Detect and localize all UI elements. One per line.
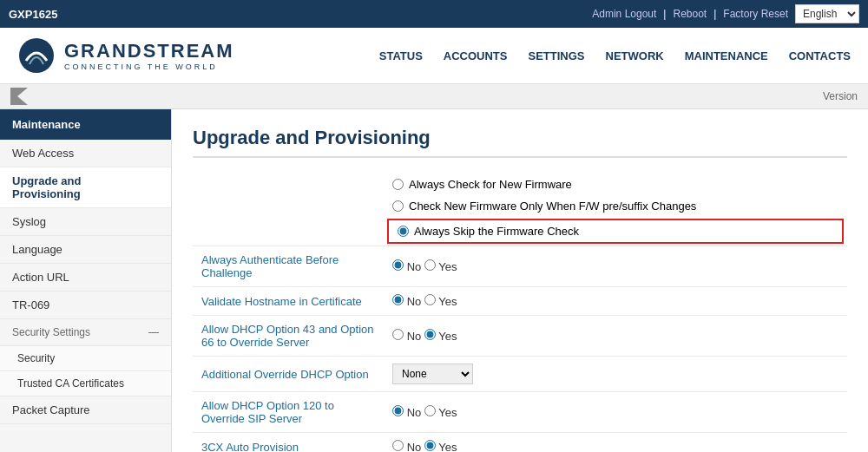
firmware-label-2: Check New Firmware Only When F/W pre/suf… <box>409 200 696 213</box>
3cx-yes-label: Yes <box>438 441 457 452</box>
firmware-option-2: Check New Firmware Only When F/W pre/suf… <box>384 195 847 217</box>
logo-tagline: CONNECTING THE WORLD <box>64 62 234 71</box>
dhcp-option-43-66-label: Allow DHCP Option 43 and Option 66 to Ov… <box>193 316 384 357</box>
firmware-label: Firmware Upgrade and Provisioning <box>193 174 384 246</box>
settings-table: Firmware Upgrade and Provisioning Always… <box>193 174 847 452</box>
additional-dhcp-input: None Option 120 Option 150 <box>384 357 847 392</box>
validate-hostname-yes-label: Yes <box>438 295 457 308</box>
sidebar-header: Maintenance <box>0 109 171 140</box>
auth-challenge-yes-label: Yes <box>438 260 457 273</box>
logo-brand: GRANDSTREAM <box>64 40 234 62</box>
firmware-label-3: Always Skip the Firmware Check <box>414 225 579 238</box>
admin-logout-link[interactable]: Admin Logout <box>592 8 656 20</box>
3cx-auto-provision-label: 3CX Auto Provision <box>193 433 384 453</box>
auth-challenge-yes-radio[interactable] <box>424 259 436 271</box>
version-bar: Version <box>0 84 868 109</box>
dhcp-option-43-66-row: Allow DHCP Option 43 and Option 66 to Ov… <box>193 316 847 357</box>
additional-dhcp-label: Additional Override DHCP Option <box>193 357 384 392</box>
nav-contacts[interactable]: CONTACTS <box>789 46 851 66</box>
sidebar-item-language[interactable]: Language <box>0 236 171 264</box>
additional-dhcp-row: Additional Override DHCP Option None Opt… <box>193 357 847 392</box>
logo-text: GRANDSTREAM CONNECTING THE WORLD <box>64 40 234 71</box>
security-settings-label: Security Settings <box>12 326 90 338</box>
sidebar-item-syslog[interactable]: Syslog <box>0 208 171 236</box>
auth-before-challenge-row: Always Authenticate Before Challenge No … <box>193 246 847 287</box>
3cx-no-radio[interactable] <box>392 440 404 451</box>
3cx-yes-radio[interactable] <box>424 440 436 451</box>
sidebar-item-security[interactable]: Security <box>0 346 171 371</box>
reboot-link[interactable]: Reboot <box>673 8 707 20</box>
validate-hostname-no-radio[interactable] <box>392 294 404 305</box>
sidebar-item-upgrade-provisioning[interactable]: Upgrade andProvisioning <box>0 167 171 208</box>
dhcp-120-no-radio[interactable] <box>392 405 404 416</box>
3cx-auto-provision-input: No Yes <box>384 433 847 453</box>
nav-settings[interactable]: SETTINGS <box>528 46 584 66</box>
firmware-label-1: Always Check for New Firmware <box>409 178 572 191</box>
version-text: Version <box>823 90 858 102</box>
validate-hostname-no-label: No <box>407 295 422 308</box>
firmware-option-1: Always Check for New Firmware <box>384 174 847 195</box>
dhcp-43-66-yes-label: Yes <box>438 330 457 343</box>
sidebar-item-action-url[interactable]: Action URL <box>0 264 171 292</box>
validate-hostname-label: Validate Hostname in Certificate <box>193 287 384 316</box>
dhcp-120-yes-radio[interactable] <box>424 405 436 416</box>
content-area: Upgrade and Provisioning Firmware Upgrad… <box>172 109 868 452</box>
dhcp-option-120-row: Allow DHCP Option 120 to Override SIP Se… <box>193 392 847 433</box>
dhcp-120-no-label: No <box>407 406 422 419</box>
auth-before-challenge-label: Always Authenticate Before Challenge <box>193 246 384 287</box>
grandstream-logo-icon <box>17 36 56 75</box>
firmware-option-3: Always Skip the Firmware Check <box>387 219 844 244</box>
auth-challenge-no-label: No <box>407 260 422 273</box>
back-icon <box>10 88 28 105</box>
firmware-radio-1[interactable] <box>392 179 404 190</box>
header: GRANDSTREAM CONNECTING THE WORLD STATUS … <box>0 28 868 84</box>
factory-reset-link[interactable]: Factory Reset <box>723 8 788 20</box>
dhcp-43-66-no-radio[interactable] <box>392 329 404 340</box>
main-nav: STATUS ACCOUNTS SETTINGS NETWORK MAINTEN… <box>379 46 851 66</box>
main-layout: Maintenance Web Access Upgrade andProvis… <box>0 109 868 452</box>
device-title: GXP1625 <box>9 8 57 21</box>
sidebar: Maintenance Web Access Upgrade andProvis… <box>0 109 172 452</box>
back-button[interactable] <box>10 88 28 105</box>
top-bar-actions: Admin Logout | Reboot | Factory Reset En… <box>592 4 859 23</box>
dhcp-43-66-yes-radio[interactable] <box>424 329 436 340</box>
dhcp-option-120-input: No Yes <box>384 392 847 433</box>
firmware-radio-2[interactable] <box>392 200 404 212</box>
svg-point-0 <box>19 38 54 73</box>
collapse-icon: — <box>148 326 159 338</box>
auth-before-challenge-input: No Yes <box>384 246 847 287</box>
sidebar-item-packet-capture[interactable]: Packet Capture <box>0 396 171 424</box>
validate-hostname-row: Validate Hostname in Certificate No Yes <box>193 287 847 316</box>
firmware-row: Firmware Upgrade and Provisioning Always… <box>193 174 847 246</box>
validate-hostname-input: No Yes <box>384 287 847 316</box>
nav-accounts[interactable]: ACCOUNTS <box>444 46 508 66</box>
dhcp-120-yes-label: Yes <box>438 406 457 419</box>
validate-hostname-yes-radio[interactable] <box>424 294 436 305</box>
page-title: Upgrade and Provisioning <box>193 127 847 158</box>
sidebar-item-web-access[interactable]: Web Access <box>0 140 171 167</box>
firmware-radio-3[interactable] <box>398 226 409 237</box>
3cx-no-label: No <box>407 441 422 452</box>
sidebar-item-tr069[interactable]: TR-069 <box>0 292 171 319</box>
nav-network[interactable]: NETWORK <box>606 46 664 66</box>
3cx-auto-provision-row: 3CX Auto Provision No Yes <box>193 433 847 453</box>
sidebar-item-trusted-ca[interactable]: Trusted CA Certificates <box>0 371 171 396</box>
top-bar: GXP1625 Admin Logout | Reboot | Factory … <box>0 0 868 28</box>
additional-dhcp-select[interactable]: None Option 120 Option 150 <box>392 364 473 384</box>
nav-status[interactable]: STATUS <box>379 46 423 66</box>
dhcp-option-43-66-input: No Yes <box>384 316 847 357</box>
auth-challenge-no-radio[interactable] <box>392 259 404 271</box>
sidebar-section-security-settings[interactable]: Security Settings — <box>0 319 171 346</box>
dhcp-43-66-no-label: No <box>407 330 422 343</box>
dhcp-option-120-label: Allow DHCP Option 120 to Override SIP Se… <box>193 392 384 433</box>
language-select[interactable]: English 中文 Español <box>795 4 859 23</box>
firmware-options: Always Check for New Firmware Check New … <box>384 174 847 246</box>
nav-maintenance[interactable]: MAINTENANCE <box>685 46 768 66</box>
logo-area: GRANDSTREAM CONNECTING THE WORLD <box>17 36 234 75</box>
